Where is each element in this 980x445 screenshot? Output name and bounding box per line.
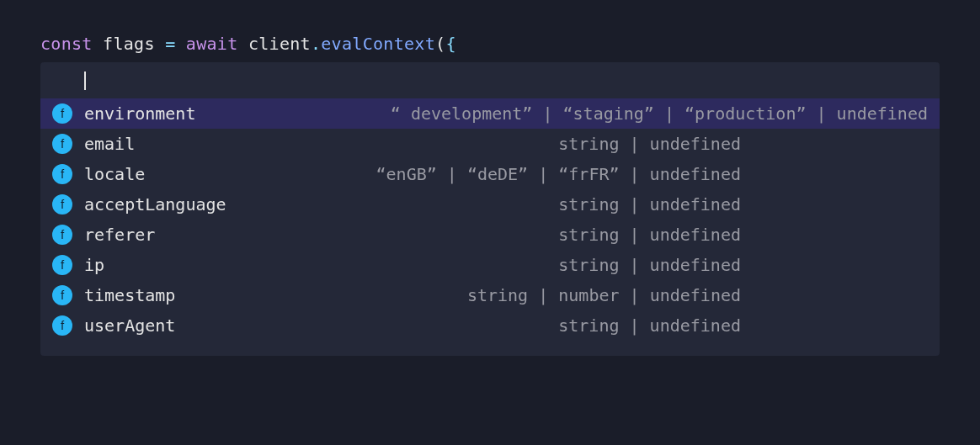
suggestion-type: string | number | undefined: [192, 285, 741, 305]
dot-operator: .: [311, 34, 321, 54]
suggestion-name: timestamp: [84, 285, 192, 305]
suggestion-content: emailstring | undefined: [84, 134, 741, 154]
suggestion-content: refererstring | undefined: [84, 225, 741, 245]
field-icon: f: [52, 164, 72, 184]
suggestion-item[interactable]: femailstring | undefined: [40, 129, 940, 159]
suggestion-item[interactable]: frefererstring | undefined: [40, 220, 940, 250]
field-icon: f: [52, 103, 72, 124]
variable-name: flags: [103, 34, 155, 54]
suggestion-name: email: [84, 134, 152, 154]
field-icon: f: [52, 285, 72, 305]
field-icon: f: [52, 225, 72, 245]
suggestion-name: locale: [84, 164, 162, 184]
suggestion-item[interactable]: ftimestampstring | number | undefined: [40, 280, 940, 310]
suggestion-name: userAgent: [84, 315, 192, 336]
suggestion-content: timestampstring | number | undefined: [84, 285, 741, 305]
suggestion-content: locale“enGB” | “deDE” | “frFR” | undefin…: [84, 164, 741, 184]
keyword-const: const: [40, 34, 93, 54]
suggestion-name: acceptLanguage: [84, 194, 243, 215]
operator-equals: =: [165, 34, 175, 54]
autocomplete-panel: fenvironment“ development” | “staging” |…: [40, 62, 940, 356]
suggestion-type: “enGB” | “deDE” | “frFR” | undefined: [162, 164, 741, 184]
field-icon: f: [52, 315, 72, 336]
keyword-await: await: [186, 34, 238, 54]
suggestion-item[interactable]: fipstring | undefined: [40, 250, 940, 280]
suggestion-content: userAgentstring | undefined: [84, 315, 741, 336]
open-brace: {: [445, 34, 455, 54]
suggestion-name: environment: [84, 103, 212, 124]
code-line: const flags = await client.evalContext({: [40, 34, 940, 54]
suggestion-item[interactable]: fenvironment“ development” | “staging” |…: [40, 98, 940, 129]
suggestion-type: string | undefined: [172, 225, 741, 245]
suggestion-item[interactable]: fuserAgentstring | undefined: [40, 310, 940, 341]
field-icon: f: [52, 255, 72, 275]
field-icon: f: [52, 134, 72, 154]
suggestion-content: ipstring | undefined: [84, 255, 741, 275]
suggestion-item[interactable]: flocale“enGB” | “deDE” | “frFR” | undefi…: [40, 159, 940, 189]
suggestion-content: environment“ development” | “staging” | …: [84, 103, 928, 124]
suggestion-type: “ development” | “staging” | “production…: [212, 103, 928, 124]
suggestion-type: string | undefined: [243, 194, 741, 215]
suggestion-item[interactable]: facceptLanguagestring | undefined: [40, 189, 940, 220]
suggestion-type: string | undefined: [192, 315, 741, 336]
suggestion-list: fenvironment“ development” | “staging” |…: [40, 98, 940, 341]
suggestion-content: acceptLanguagestring | undefined: [84, 194, 741, 215]
object-name: client: [248, 34, 311, 54]
field-icon: f: [52, 194, 72, 215]
suggestion-type: string | undefined: [152, 134, 741, 154]
suggestion-name: ip: [84, 255, 121, 275]
cursor-line[interactable]: [40, 62, 940, 98]
suggestion-type: string | undefined: [121, 255, 741, 275]
open-paren: (: [435, 34, 445, 54]
method-name: evalContext: [321, 34, 435, 54]
text-cursor: [84, 72, 86, 90]
suggestion-name: referer: [84, 225, 172, 245]
